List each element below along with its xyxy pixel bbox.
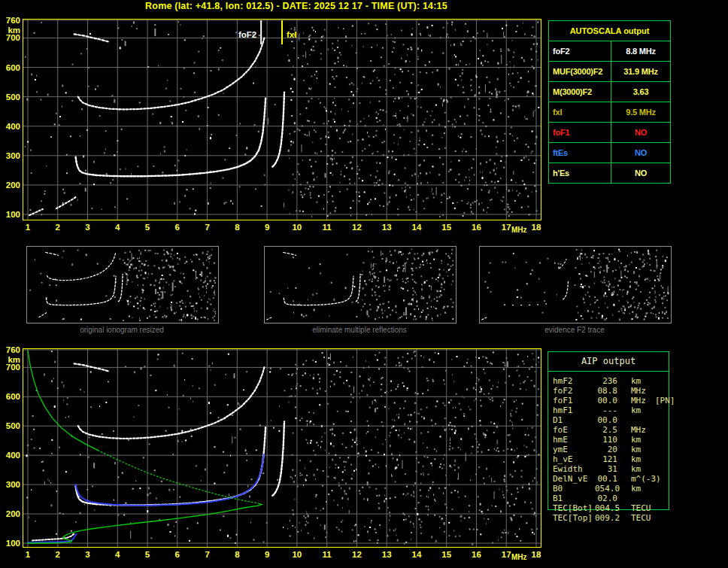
x-tick-label: 12 <box>347 549 366 560</box>
x-tick-label: 5 <box>138 549 156 560</box>
x-tick-label: 11 <box>318 222 336 232</box>
aip-unit: km <box>631 376 654 386</box>
aip-unit: km <box>631 445 654 454</box>
thumbnail-caption: evidence F2 trace <box>479 326 670 334</box>
autoscala-table-rows: foF28.8 MHzMUF(3000)F231.9 MHzM(3000)F23… <box>549 41 670 183</box>
x-tick-label: 6 <box>168 222 187 232</box>
autoscala-row-value: 3.63 <box>611 82 670 102</box>
aip-row-foE: foE2.5MHz <box>548 425 724 435</box>
aip-unit <box>631 494 654 503</box>
aip-unit: TECU <box>631 503 654 513</box>
x-tick-label: 7 <box>199 222 217 232</box>
y-tick-label: 600 <box>0 62 20 73</box>
aip-unit: TECU <box>631 513 654 523</box>
x-tick-label: 1 <box>19 549 37 560</box>
autoscala-row-label: MUF(3000)F2 <box>549 62 611 81</box>
autoscala-row-label: ftEs <box>549 143 611 163</box>
aip-label: h_vE <box>548 454 595 464</box>
x-tick-label: 2 <box>49 549 67 560</box>
autoscala-table-title: AUTOSCALA output <box>549 21 670 41</box>
autoscala-row-label: foF2 <box>549 41 611 61</box>
x-tick-label: 9 <box>258 549 276 560</box>
autoscala-row-ftEs: ftEsNO <box>549 143 670 163</box>
aip-value: 00.0 <box>595 415 617 425</box>
x-tick-label: 14 <box>408 549 426 560</box>
aip-unit: km <box>631 435 654 445</box>
aip-value: 110 <box>595 435 617 445</box>
autoscala-row-label: M(3000)F2 <box>549 82 611 102</box>
page-title: Rome (lat: +41.8, lon: 012.5) - DATE: 20… <box>37 1 556 11</box>
x-tick-label: 14 <box>408 222 426 232</box>
x-tick-label: 15 <box>438 222 456 232</box>
autoscala-row-label: foF1 <box>549 123 611 142</box>
x-axis-unit-label: MHz <box>511 226 527 234</box>
aip-unit: km <box>631 454 654 464</box>
x-tick-label: 4 <box>108 549 126 560</box>
x-tick-label: 7 <box>199 549 217 560</box>
autoscala-row-value: 8.8 MHz <box>611 41 670 61</box>
y-tick-label: 100 <box>0 538 20 548</box>
thumbnail-caption: original ionogram resized <box>26 326 217 334</box>
aip-row-hmE: hmE110km <box>548 435 724 445</box>
top-ionogram-plot: foF2fxI <box>23 19 541 220</box>
aip-value: 009.2 <box>595 513 617 523</box>
x-tick-label: 10 <box>288 222 306 232</box>
thumbnail-caption: eliminate multiple reflections <box>264 326 455 334</box>
aip-value: 236 <box>595 376 617 386</box>
y-tick-label: 200 <box>0 180 20 190</box>
autoscala-row-foF1: foF1NO <box>549 123 670 143</box>
y-tick-label: 300 <box>0 150 20 161</box>
aip-unit <box>631 415 654 425</box>
aip-label: D1 <box>548 415 595 425</box>
y-tick-label: 300 <box>0 479 20 490</box>
aip-unit: MHz <box>631 386 654 396</box>
y-tick-label: 400 <box>0 121 20 132</box>
autoscala-row-value: 9.5 MHz <box>611 102 670 122</box>
y-tick-label: 760 <box>0 345 20 355</box>
autoscala-row-fxI: fxI9.5 MHz <box>549 102 670 123</box>
aip-row-TEC[Bot]: TEC[Bot]004.5TECU <box>548 503 724 513</box>
x-tick-label: 2 <box>49 222 67 232</box>
x-tick-label: 3 <box>79 222 97 232</box>
thumbnail-evidence-f2-trace-image <box>479 246 672 323</box>
aip-row-DelN_vE: DelN_vE00.1m^(-3) <box>548 474 724 484</box>
aip-label: foE <box>548 425 595 435</box>
y-tick-label: 760 <box>0 15 20 26</box>
x-tick-label: 8 <box>228 222 246 232</box>
aip-unit: km <box>631 484 654 494</box>
aip-label: TEC[Top] <box>548 513 595 523</box>
y-tick-label: 200 <box>0 509 20 519</box>
thumbnail-original-ionogram-image <box>26 246 219 323</box>
aip-value: 20 <box>595 445 617 454</box>
aip-value: 054.0 <box>595 484 617 494</box>
autoscala-row-label: fxI <box>549 102 611 122</box>
aip-label: hmE <box>548 435 595 445</box>
aip-value: 02.0 <box>595 494 617 503</box>
y-tick-label: 500 <box>0 421 20 431</box>
aip-row-hmF1: hmF1---km <box>548 405 724 415</box>
aip-label: ymE <box>548 445 595 454</box>
autoscala-row-value: NO <box>611 143 670 163</box>
y-tick-label: 500 <box>0 92 20 102</box>
aip-value: --- <box>595 405 617 415</box>
aip-row-foF1: foF100.0MHz[PN] <box>548 396 724 405</box>
y-tick-label: 700 <box>0 32 20 43</box>
marker-label-fxI: fxI <box>287 30 296 39</box>
y-tick-label: 100 <box>0 209 20 220</box>
aip-label: foF2 <box>548 386 595 396</box>
x-tick-label: 16 <box>467 549 485 560</box>
autoscala-row-label: h'Es <box>549 163 611 183</box>
x-axis-unit-label: MHz <box>511 553 527 561</box>
autoscala-row-value: NO <box>611 163 670 183</box>
aip-value: 08.8 <box>595 386 617 396</box>
aip-output-table-rows: hmF2236kmfoF208.8MHzfoF100.0MHz[PN]hmF1-… <box>548 376 724 523</box>
x-tick-label: 11 <box>318 549 336 560</box>
x-tick-label: 3 <box>79 549 97 560</box>
aip-value: 121 <box>595 454 617 464</box>
aip-label: hmF2 <box>548 376 595 386</box>
y-tick-label: 400 <box>0 450 20 460</box>
aip-label: Ewidth <box>548 464 595 474</box>
y-tick-label: 700 <box>0 362 20 372</box>
aip-row-TEC[Top]: TEC[Top]009.2TECU <box>548 513 724 523</box>
thumbnail-evidence-f2-trace: evidence F2 trace <box>479 246 670 334</box>
